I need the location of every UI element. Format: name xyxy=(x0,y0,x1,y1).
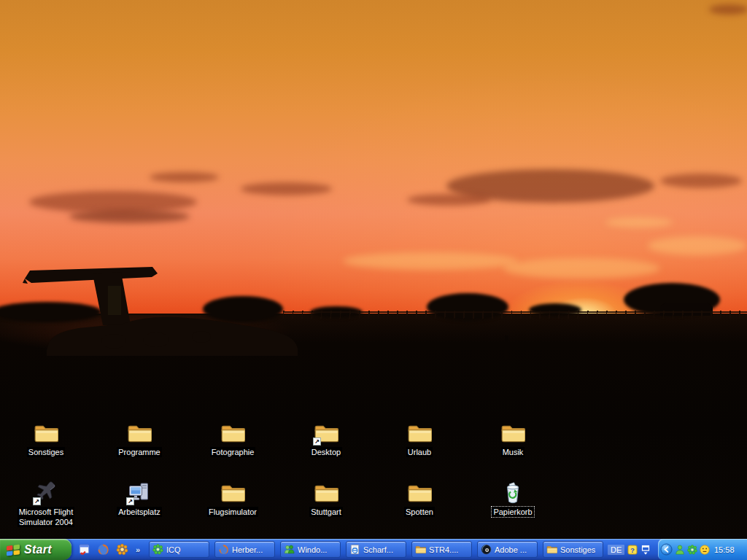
desktop-icon-label: Urlaub xyxy=(406,447,433,457)
cloud xyxy=(407,194,491,206)
cloud xyxy=(69,210,190,223)
language-indicator[interactable]: DE xyxy=(608,545,624,555)
cloud xyxy=(660,174,742,188)
folder-icon xyxy=(31,420,61,445)
desktop-icon-sonstiges[interactable]: Sonstiges xyxy=(11,420,81,458)
app-window-icon[interactable] xyxy=(77,543,90,556)
taskbar-button-label: Adobe ... xyxy=(495,545,527,554)
task-buttons-area: ICQHerber...Windo...Scharf...STR4....Ado… xyxy=(149,541,603,558)
desktop-icon-fotographie[interactable]: Fotographie xyxy=(198,420,268,458)
desktop-icon-papierkorb[interactable]: Papierkorb xyxy=(478,480,548,518)
taskbar-button-icq[interactable]: ICQ xyxy=(149,541,209,558)
taskbar-button-scharf[interactable]: Scharf... xyxy=(346,541,406,558)
shortcut-arrow-icon: ↗ xyxy=(33,497,41,505)
taskbar: Start » ICQHerber...Windo...Scharf...STR… xyxy=(0,539,747,560)
desktop-icon-label: Stuttgart xyxy=(309,507,343,517)
taskbar-button-adobe[interactable]: Adobe ... xyxy=(477,541,538,558)
cloud xyxy=(709,4,747,15)
folder-icon xyxy=(218,420,247,445)
taskbar-button-label: STR4.... xyxy=(429,545,458,554)
post-silhouette xyxy=(505,335,508,359)
fence-silhouette xyxy=(283,311,747,319)
desktop-icon-programme[interactable]: Programme xyxy=(104,420,174,458)
folder-icon xyxy=(405,420,434,445)
window-arrow-icon[interactable] xyxy=(640,545,651,555)
firefox-icon xyxy=(218,544,229,555)
taskbar-button-herber[interactable]: Herber... xyxy=(214,541,275,558)
folder-icon xyxy=(311,480,341,505)
start-button[interactable]: Start xyxy=(0,539,71,560)
desktop-icon-label: Flugsimulator xyxy=(207,507,258,517)
folder-icon xyxy=(125,420,154,445)
taskbar-button-label: Windo... xyxy=(298,545,327,554)
desktop-icon-label: Papierkorb xyxy=(492,507,533,517)
firefox-icon[interactable] xyxy=(96,543,109,556)
icq-orange-icon[interactable] xyxy=(115,543,128,556)
tray-clock[interactable]: 15:58 xyxy=(714,545,735,554)
desktop-icon-label: Sonstiges xyxy=(27,447,65,457)
smiley-icon[interactable] xyxy=(700,545,710,555)
cloud xyxy=(150,172,219,182)
desktop-icon-arbeitsplatz[interactable]: ↗Arbeitsplatz xyxy=(104,480,174,518)
desktop-icon-label: Musik xyxy=(501,447,525,457)
help-icon[interactable]: ? xyxy=(627,545,638,555)
desktop-icon-desktop[interactable]: ↗Desktop xyxy=(291,420,361,458)
desktop-icon-musik[interactable]: Musik xyxy=(478,420,548,458)
airplane-silhouette xyxy=(20,262,305,365)
desktop-icon-label: Fotographie xyxy=(210,447,256,457)
hide-icons-chevron-button[interactable] xyxy=(660,543,673,556)
taskbar-button-label: Scharf... xyxy=(363,545,393,554)
shortcut-arrow-icon: ↗ xyxy=(126,497,134,505)
desktop-icon-label: Microsoft Flight Simulator 2004 xyxy=(18,507,75,527)
folder-icon xyxy=(218,480,247,505)
desktop-icon-label: Programme xyxy=(117,447,161,457)
computer-icon: ↗ xyxy=(125,480,154,505)
tray-left-area: DE ? xyxy=(608,539,651,560)
ie-page-icon xyxy=(349,544,360,555)
desktop-icon-label: Desktop xyxy=(310,447,342,457)
windows-logo-icon xyxy=(6,543,20,556)
cloud xyxy=(648,236,747,255)
system-tray: 15:58 xyxy=(658,539,747,560)
desktop-icon-urlaub[interactable]: Urlaub xyxy=(384,420,454,458)
adobe-icon xyxy=(481,544,492,555)
taskbar-button-sonstiges[interactable]: Sonstiges xyxy=(543,541,603,558)
quick-launch-more-chevron[interactable]: » xyxy=(136,545,140,554)
desktop-icon-label: Spotten xyxy=(404,507,435,517)
folder-icon xyxy=(498,420,527,445)
desktop-icon-microsoft-flight-simulator-2004[interactable]: ↗Microsoft Flight Simulator 2004 xyxy=(11,480,81,528)
desktop-icon-stuttgart[interactable]: Stuttgart xyxy=(291,480,361,518)
taskbar-button-windo[interactable]: Windo... xyxy=(280,541,341,558)
shortcut-arrow-icon: ↗ xyxy=(313,438,321,446)
icq-flower-icon xyxy=(152,544,163,555)
desktop[interactable]: SonstigesProgrammeFotographie↗DesktopUrl… xyxy=(0,0,747,560)
desktop-icon-spotten[interactable]: Spotten xyxy=(384,480,454,518)
cloud xyxy=(241,182,332,195)
desktop-icon-label: Arbeitsplatz xyxy=(117,507,161,517)
taskbar-button-label: Herber... xyxy=(232,545,263,554)
folder-icon xyxy=(546,544,557,555)
folder-icon xyxy=(415,544,426,555)
folder-icon xyxy=(405,480,434,505)
taskbar-button-label: Sonstiges xyxy=(560,545,595,554)
cloud xyxy=(605,217,673,228)
recycle-bin-icon xyxy=(498,480,527,505)
quick-launch-bar: » xyxy=(77,539,140,560)
svg-text:?: ? xyxy=(630,545,635,553)
taskbar-button-str4[interactable]: STR4.... xyxy=(411,541,472,558)
icq-flower-icon[interactable] xyxy=(687,545,697,555)
messenger-icon xyxy=(284,544,295,555)
contact-person-icon[interactable] xyxy=(675,545,685,555)
folder-icon: ↗ xyxy=(311,420,341,445)
airplane-icon: ↗ xyxy=(31,480,61,505)
desktop-icon-flugsimulator[interactable]: Flugsimulator xyxy=(198,480,268,518)
taskbar-button-label: ICQ xyxy=(166,545,181,554)
start-button-label: Start xyxy=(24,543,52,556)
